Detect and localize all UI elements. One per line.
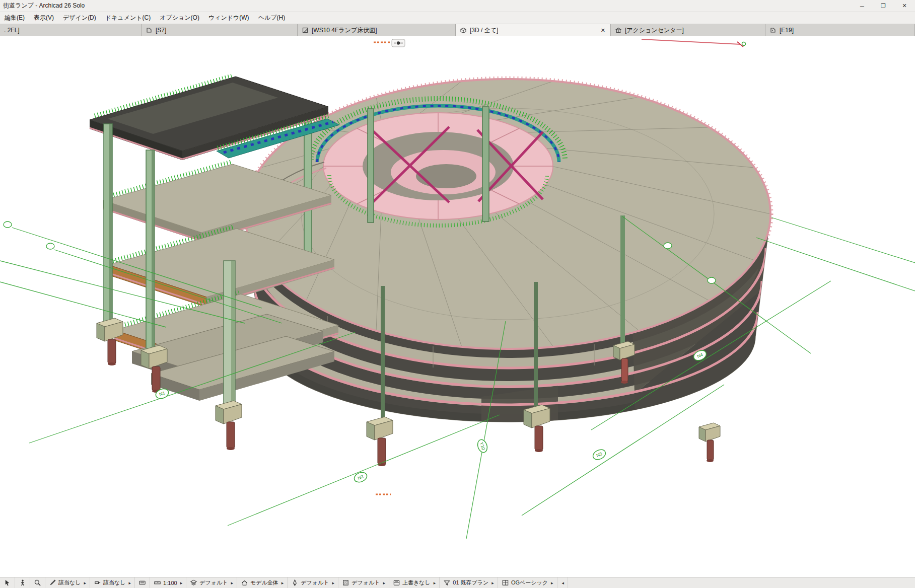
layers-icon [190,579,197,586]
walk-person-icon [19,579,26,586]
caret-icon: ▸ [84,580,87,585]
menu-edit[interactable]: 編集(E) [0,12,29,24]
caret-icon: ▸ [332,580,335,585]
menu-document[interactable]: ドキュメント(C) [101,12,155,24]
caret-icon: ▸ [491,580,494,585]
front-column [381,286,385,424]
column-shade [152,151,155,353]
minimize-button[interactable]: ─ [852,0,873,12]
renovation-filter-dropdown[interactable]: 01 既存プラン ▸ [440,577,498,588]
renovation-filter-icon [443,579,451,586]
layer-combination-dropdown[interactable]: デフォルト ▸ [186,577,237,588]
caret-icon: ▸ [551,580,553,585]
layer-combination-value: デフォルト [199,579,228,586]
tab-action-center[interactable]: [アクションセンター] [611,24,765,36]
statusbar-scroll-back-button[interactable]: ◂ [557,577,569,588]
coordinate-input-button[interactable] [135,577,150,588]
tab-3d-all-label: [3D / 全て] [470,26,498,35]
3d-viewport[interactable]: N1 N2 Y10 N3 N4 [0,36,915,577]
zoom-tool-button[interactable] [30,577,45,588]
window-title: 街道ランプ - Archicad 26 Solo [3,2,85,10]
action-center-icon [615,27,622,34]
grid-bubble[interactable]: N3 [591,448,607,461]
front-column [534,282,538,412]
tab-s7-label: [S7] [156,27,166,34]
keyboard-icon [138,579,146,586]
pickup-parameters-value: 該当なし [58,579,81,586]
caret-icon: ▸ [180,580,183,585]
tab-e19[interactable]: [E19] [765,24,915,36]
graphic-override-dropdown[interactable]: 上書きなし ▸ [389,577,440,588]
grid-bubble[interactable]: N2 [353,471,369,484]
grid-bubble-small[interactable] [4,222,12,228]
section-marker-icon [146,27,153,34]
arrow-cursor-icon [4,579,11,586]
tab-ws10[interactable]: [WS10 4Fランプ床伏図] [298,24,456,36]
model-view-value: モデル全体 [250,579,278,586]
fill-set-icon [342,579,349,586]
menubar: 編集(E) 表示(V) デザイン(D) ドキュメント(C) オプション(O) ウ… [0,12,915,24]
tab-3d-all[interactable]: [3D / 全て] ✕ [456,24,611,36]
menu-view[interactable]: 表示(V) [29,12,58,24]
statusbar: 該当なし ▸ 該当なし ▸ 1:100 ▸ [0,577,915,588]
column-shade [109,124,112,327]
fill-set-dropdown[interactable]: デフォルト ▸ [338,577,389,588]
caret-icon: ▸ [434,580,436,585]
restore-button[interactable]: ❐ [873,0,894,12]
scale-ruler-icon [154,579,161,586]
menu-window[interactable]: ウィンドウ(W) [204,12,254,24]
pen-set-icon [291,579,299,586]
core-column [368,109,374,223]
tabbar: . 2FL] [S7] [WS10 4Fランプ床伏図] [3D / 全て] ✕ [0,24,915,36]
core-column [482,107,489,222]
arrow-tool-button[interactable] [0,577,15,588]
fill-set-value: デフォルト [351,579,380,586]
front-column [620,215,625,347]
inject-parameters-dropdown[interactable]: 該当なし ▸ [90,577,135,588]
tab-e19-label: [E19] [780,27,794,34]
3d-cube-icon [460,27,467,34]
menu-design[interactable]: デザイン(D) [58,12,101,24]
renovation-filter-value: 01 既存プラン [453,579,488,586]
syringe-icon [94,579,101,586]
pen-set-dropdown[interactable]: デフォルト ▸ [288,577,338,588]
3d-model-canvas[interactable]: N1 N2 Y10 N3 N4 [0,36,915,577]
menu-help[interactable]: ヘルプ(H) [254,12,290,24]
pen-set-value: デフォルト [301,579,329,586]
grid-bubble-small[interactable] [708,277,716,283]
window-controls: ─ ❐ ✕ [852,0,915,12]
grid-bubble-small[interactable] [664,243,672,249]
close-button[interactable]: ✕ [894,0,915,12]
model-view-icon [241,579,248,586]
caret-icon: ▸ [231,580,233,585]
titlebar: 街道ランプ - Archicad 26 Solo ─ ❐ ✕ [0,0,915,12]
tab-s7[interactable]: [S7] [142,24,298,36]
walk-mode-button[interactable] [15,577,30,588]
worksheet-icon [302,27,309,34]
back-caret-icon: ◂ [562,580,565,585]
tab-close-icon[interactable]: ✕ [600,27,606,34]
scale-value: 1:100 [163,580,177,586]
eye-preview-button[interactable] [392,39,405,47]
layout-value: OGベーシック [511,579,548,586]
scale-dropdown[interactable]: 1:100 ▸ [150,577,186,588]
grid-bubble-small[interactable] [46,243,54,249]
menu-options[interactable]: オプション(O) [155,12,204,24]
zoom-magnifier-icon [34,579,41,586]
caret-icon: ▸ [383,580,385,585]
grid-bubble[interactable]: Y10 [476,438,488,454]
column-shade [231,261,235,409]
graphic-override-icon [393,579,400,586]
caret-icon: ▸ [129,580,131,585]
tab-2fl[interactable]: . 2FL] [0,24,142,36]
layout-dropdown[interactable]: OGベーシック ▸ [498,577,557,588]
layout-icon [502,579,509,586]
eye-icon [397,41,400,44]
model-view-dropdown[interactable]: モデル全体 ▸ [237,577,288,588]
tab-ws10-label: [WS10 4Fランプ床伏図] [312,26,377,35]
eyedropper-icon [49,579,56,586]
elevation-marker-icon [769,27,777,34]
tab-action-center-label: [アクションセンター] [625,26,684,35]
spiral-ramp-building [90,76,770,467]
pickup-parameters-dropdown[interactable]: 該当なし ▸ [45,577,90,588]
